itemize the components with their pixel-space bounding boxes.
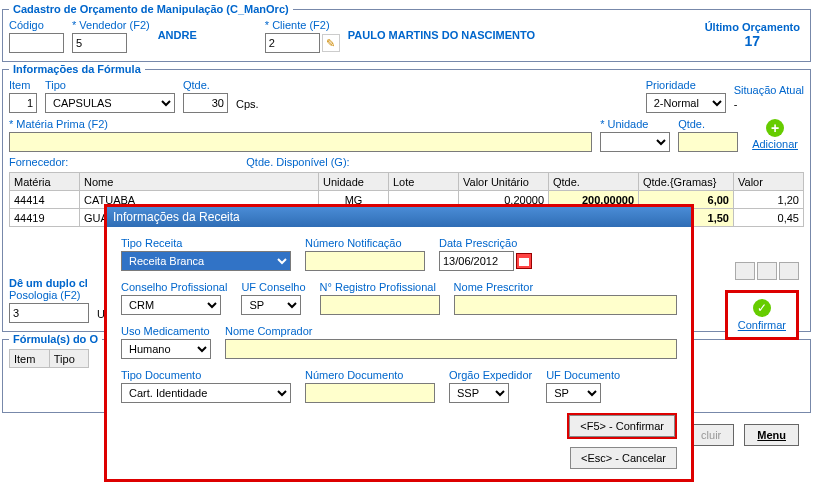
confirmar-button[interactable]: ✓ Confirmar bbox=[725, 290, 799, 340]
col-lote: Lote bbox=[389, 173, 459, 191]
col-vu: Valor Unitário bbox=[459, 173, 549, 191]
cliente-input[interactable] bbox=[265, 33, 320, 53]
tipo-receita-label: Tipo Receita bbox=[121, 237, 291, 249]
posologia-label: Posologia (F2) bbox=[9, 289, 89, 301]
num-notif-label: Número Notificação bbox=[305, 237, 425, 249]
adicionar-button[interactable]: + Adicionar bbox=[746, 117, 804, 152]
materia-input[interactable] bbox=[9, 132, 592, 152]
ultimo-orcamento: Último Orçamento 17 bbox=[705, 21, 800, 49]
tipo-doc-select[interactable]: Cart. Identidade bbox=[121, 383, 291, 403]
orgao-select[interactable]: SSP bbox=[449, 383, 509, 403]
orgao-label: Orgão Expedidor bbox=[449, 369, 532, 381]
nome-comp-label: Nome Comprador bbox=[225, 325, 677, 337]
qtde2-label: Qtde. bbox=[678, 118, 738, 130]
num-notif-input[interactable] bbox=[305, 251, 425, 271]
tipo-doc-label: Tipo Documento bbox=[121, 369, 291, 381]
uf-conselho-label: UF Conselho bbox=[241, 281, 305, 293]
col-qtde: Qtde. bbox=[549, 173, 639, 191]
tipo-label: Tipo bbox=[45, 79, 175, 91]
uf-conselho-select[interactable]: SP bbox=[241, 295, 301, 315]
mini-icon-3[interactable] bbox=[779, 262, 799, 280]
col-materia: Matéria bbox=[10, 173, 80, 191]
materia-label: Matéria Prima (F2) bbox=[9, 118, 592, 130]
f5-confirmar-button[interactable]: <F5> - Confirmar bbox=[569, 415, 675, 416]
codigo-label: Código bbox=[9, 19, 64, 31]
conselho-label: Conselho Profissional bbox=[121, 281, 227, 293]
mini-icon-2[interactable] bbox=[757, 262, 777, 280]
check-icon: ✓ bbox=[753, 299, 771, 317]
nreg-label: N° Registro Profissional bbox=[320, 281, 440, 293]
qtde-disp-label: Qtde. Disponível (G): bbox=[246, 156, 349, 168]
item-input[interactable] bbox=[9, 93, 37, 113]
conselho-select[interactable]: CRM bbox=[121, 295, 221, 315]
tipo-receita-select[interactable]: Receita Branca bbox=[121, 251, 291, 271]
data-presc-input[interactable] bbox=[439, 251, 514, 271]
prioridade-label: Prioridade bbox=[646, 79, 726, 91]
num-doc-input[interactable] bbox=[305, 383, 435, 403]
cliente-label: Cliente (F2) bbox=[265, 19, 340, 31]
codigo-input[interactable] bbox=[9, 33, 64, 53]
item-label: Item bbox=[9, 79, 37, 91]
mini-toolbar bbox=[735, 262, 799, 280]
vendedor-label: Vendedor (F2) bbox=[72, 19, 150, 31]
col-nome: Nome bbox=[80, 173, 319, 191]
receita-dialog: Informações da Receita Tipo Receita Rece… bbox=[104, 204, 694, 416]
calendar-icon[interactable] bbox=[516, 253, 532, 269]
fornecedor-label: Fornecedor: bbox=[9, 156, 68, 168]
posologia-input[interactable] bbox=[9, 303, 89, 323]
plus-icon: + bbox=[766, 119, 784, 137]
uso-med-select[interactable]: Humano bbox=[121, 339, 211, 359]
col-qg: Qtde.{Gramas} bbox=[639, 173, 734, 191]
col-valor: Valor bbox=[734, 173, 804, 191]
situacao-label: Situação Atual bbox=[734, 84, 804, 96]
mini-icon-1[interactable] bbox=[735, 262, 755, 280]
unidade-label: Unidade bbox=[600, 118, 670, 130]
unidade-select[interactable] bbox=[600, 132, 670, 152]
num-doc-label: Número Documento bbox=[305, 369, 435, 381]
header-legend: Cadastro de Orçamento de Manipulação (C_… bbox=[9, 3, 293, 15]
vendedor-input[interactable] bbox=[72, 33, 127, 53]
nreg-input[interactable] bbox=[320, 295, 440, 315]
unit-suffix: Cps. bbox=[236, 98, 259, 113]
qtde-input[interactable] bbox=[183, 93, 228, 113]
data-presc-label: Data Prescrição bbox=[439, 237, 532, 249]
nome-presc-input[interactable] bbox=[454, 295, 677, 315]
formulas-legend: Fórmula(s) do O bbox=[9, 333, 102, 345]
header-fieldset: Cadastro de Orçamento de Manipulação (C_… bbox=[2, 3, 811, 62]
prioridade-select[interactable]: 2-Normal bbox=[646, 93, 726, 113]
situacao-value: - bbox=[734, 98, 804, 113]
vendedor-name: ANDRE bbox=[158, 29, 197, 43]
col-unidade: Unidade bbox=[319, 173, 389, 191]
qtde-label: Qtde. bbox=[183, 79, 228, 91]
uso-med-label: Uso Medicamento bbox=[121, 325, 211, 337]
formulas-table: Item Tipo bbox=[9, 349, 89, 368]
col-item2: Item bbox=[10, 350, 50, 368]
uf-doc-select[interactable]: SP bbox=[546, 383, 601, 403]
col-tipo2: Tipo bbox=[49, 350, 88, 368]
cliente-name: PAULO MARTINS DO NASCIMENTO bbox=[348, 29, 535, 43]
edit-icon[interactable]: ✎ bbox=[322, 34, 340, 52]
uf-doc-label: UF Documento bbox=[546, 369, 620, 381]
qtde2-input[interactable] bbox=[678, 132, 738, 152]
nome-presc-label: Nome Prescritor bbox=[454, 281, 677, 293]
nome-comp-input[interactable] bbox=[225, 339, 677, 359]
dialog-title: Informações da Receita bbox=[107, 207, 691, 227]
formula-legend: Informações da Fórmula bbox=[9, 63, 145, 75]
tipo-select[interactable]: CAPSULAS bbox=[45, 93, 175, 113]
